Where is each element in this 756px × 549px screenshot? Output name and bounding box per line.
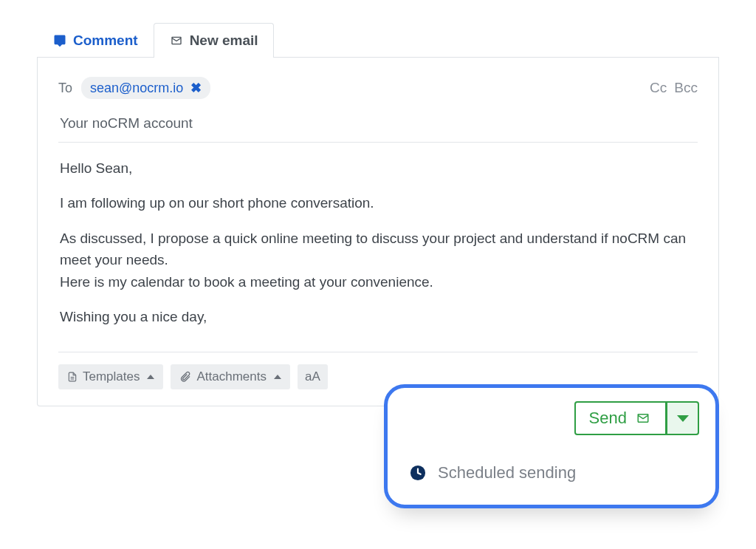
to-label: To [58,81,72,96]
tabs-row: Comment New email [37,22,719,58]
bcc-button[interactable]: Bcc [674,80,698,96]
send-dropdown-toggle[interactable] [667,401,699,429]
email-body[interactable]: Hello Sean, I am following up on our sho… [58,143,698,347]
remove-recipient-icon[interactable]: ✖ [190,80,202,96]
compose-panel: To sean@nocrm.io ✖ Cc Bcc Your noCRM acc… [37,58,719,406]
send-button[interactable]: Send [574,401,667,429]
recipient-chip[interactable]: sean@nocrm.io ✖ [81,77,210,99]
caret-up-icon [274,375,281,379]
formatting-label: aA [305,369,320,384]
tab-new-email[interactable]: New email [154,23,274,58]
templates-button[interactable]: Templates [58,364,163,389]
cc-bcc-group: Cc Bcc [650,80,698,96]
tab-comment[interactable]: Comment [37,23,154,58]
caret-down-icon [677,415,689,422]
formatting-button[interactable]: aA [298,364,328,389]
body-line: I am following up on our short phone con… [60,192,696,214]
cc-button[interactable]: Cc [650,80,667,96]
attachments-button[interactable]: Attachments [171,364,290,389]
send-button-group: Send [404,401,699,429]
to-row: To sean@nocrm.io ✖ Cc Bcc [58,72,698,109]
body-line: Wishing you a nice day, [60,306,696,327]
tab-comment-label: Comment [73,33,138,49]
recipient-email: sean@nocrm.io [90,81,183,96]
comment-icon [52,34,67,47]
body-line: As discussed, I propose a quick online m… [60,228,696,293]
send-dropdown-popover: Send Scheduled sending [384,384,719,429]
paperclip-icon [179,371,191,383]
caret-up-icon [147,375,154,379]
templates-label: Templates [83,369,140,384]
file-icon [67,371,78,383]
send-label: Send [589,409,627,428]
attachments-label: Attachments [196,369,267,384]
tab-new-email-label: New email [190,33,258,49]
body-line: Hello Sean, [60,157,696,179]
subject-text: Your noCRM account [60,115,193,131]
envelope-icon [169,35,184,47]
tabs-spacer [274,56,719,57]
subject-input[interactable]: Your noCRM account [58,109,698,143]
envelope-icon [634,412,652,425]
